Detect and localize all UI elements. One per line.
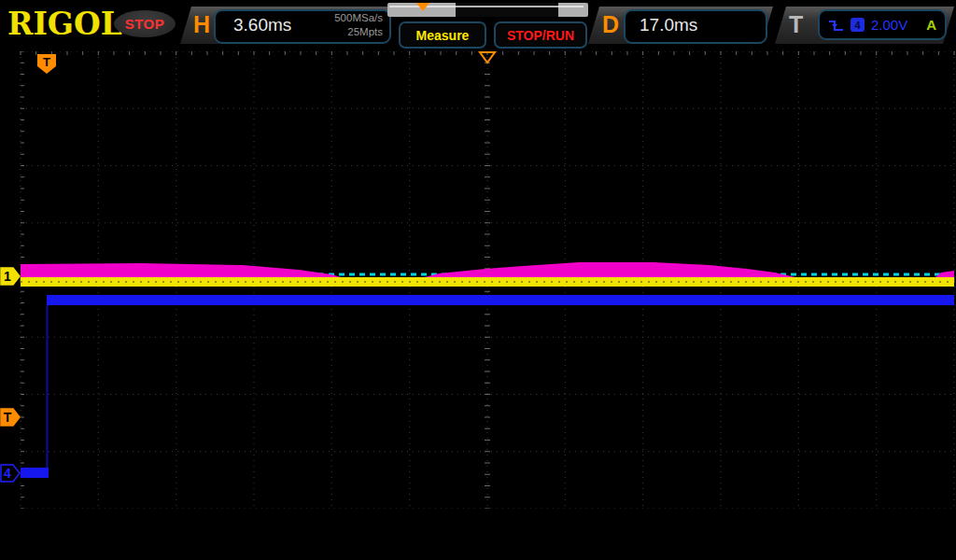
graticule-and-traces: 1T4T bbox=[0, 51, 956, 509]
measure-button[interactable]: Measure bbox=[399, 21, 486, 49]
trigger-level-value: 2.00V bbox=[871, 17, 907, 33]
trace-ch4 bbox=[47, 295, 954, 305]
channel-marker-label: T bbox=[4, 410, 12, 425]
memory-trigger-marker-icon bbox=[416, 3, 429, 11]
trigger-position-label: T bbox=[43, 55, 50, 69]
channel-marker-label: 1 bbox=[4, 269, 11, 284]
memory-depth: 25Mpts bbox=[299, 25, 383, 39]
rigol-logo: RIGOL bbox=[7, 6, 122, 42]
trigger-source-badge: 4 bbox=[851, 18, 865, 32]
trace-ch4 bbox=[21, 468, 49, 478]
delay-value: 17.0ms bbox=[640, 15, 697, 35]
sample-rate: 500MSa/s bbox=[299, 11, 383, 25]
top-status-bar: RIGOL STOP H 3.60ms 500MSa/s 25Mpts Meas… bbox=[0, 0, 956, 51]
scope-display: 1T4T bbox=[0, 51, 956, 509]
bottom-status-bar: 1 5.00V 0.00V 2 3.00V 0.00V bbox=[0, 509, 956, 560]
trigger-box[interactable]: 4 2.00V A bbox=[818, 9, 947, 40]
stop-run-button[interactable]: STOP/RUN bbox=[494, 21, 587, 49]
memory-waveform-bar[interactable] bbox=[387, 3, 588, 17]
delay-label: D bbox=[602, 7, 619, 42]
run-state-badge: STOP bbox=[114, 10, 176, 37]
trigger-label: T bbox=[789, 7, 803, 42]
channel-marker-label: 4 bbox=[4, 466, 11, 481]
horizontal-label: H bbox=[193, 7, 210, 42]
sample-rate-memory: 500MSa/s 25Mpts bbox=[299, 11, 383, 39]
trigger-sweep-mode: A bbox=[926, 17, 936, 33]
timebase-value: 3.60ms bbox=[233, 15, 291, 35]
falling-edge-trigger-icon bbox=[828, 19, 844, 32]
